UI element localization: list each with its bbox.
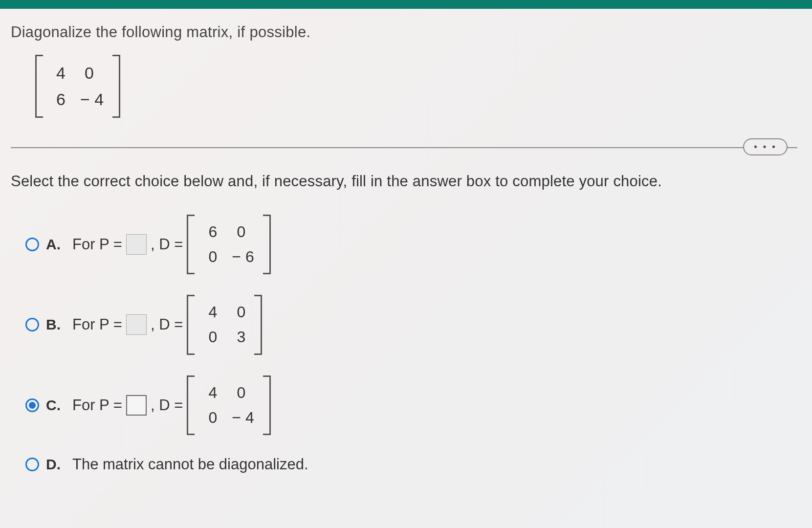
choice-a-matrix: 6 0 0 − 6 (187, 215, 270, 274)
b-r1c1: 4 (203, 300, 217, 325)
b-r1c2: 0 (232, 300, 245, 325)
choice-a[interactable]: A. For P = , D = 6 0 0 − 6 (25, 215, 797, 274)
choice-a-mid: , D = (151, 236, 183, 253)
matrix-cells: 4 0 6 − 4 (43, 55, 112, 118)
radio-b[interactable] (25, 318, 39, 331)
instruction-text: Select the correct choice below and, if … (11, 173, 797, 190)
choice-c-letter: C. (46, 397, 66, 414)
a-r1c2: 0 (232, 220, 245, 244)
matrix-left-bracket (35, 55, 43, 118)
c-r1c2: 0 (232, 380, 245, 405)
choice-d-text: The matrix cannot be diagonalized. (72, 456, 308, 473)
given-matrix: 4 0 6 − 4 (35, 55, 120, 118)
question-content: Diagonalize the following matrix, if pos… (0, 9, 812, 508)
a-r1c1: 6 (203, 220, 217, 244)
m-r1c2: 0 (80, 60, 94, 86)
a-r2c2: − 6 (232, 244, 254, 269)
choice-b-prefix: For P = (72, 316, 122, 333)
choice-b-answer-box[interactable] (126, 314, 147, 335)
matrix-right-bracket (112, 55, 120, 118)
choice-a-answer-box[interactable] (126, 234, 147, 255)
more-options-button[interactable]: • • • (743, 138, 788, 155)
choice-c-mid: , D = (151, 396, 183, 414)
choice-a-letter: A. (46, 236, 66, 253)
choice-d-letter: D. (46, 456, 66, 473)
radio-c[interactable] (25, 398, 39, 412)
section-divider (11, 147, 797, 148)
m-r2c1: 6 (52, 86, 66, 112)
choice-c-prefix: For P = (72, 396, 122, 414)
choice-b[interactable]: B. For P = , D = 4 0 0 3 (25, 295, 797, 354)
c-r2c1: 0 (203, 405, 217, 430)
m-r2c2: − 4 (80, 86, 104, 112)
c-r2c2: − 4 (232, 405, 254, 430)
choices-group: A. For P = , D = 6 0 0 − 6 (11, 215, 797, 473)
c-r1c1: 4 (203, 380, 217, 405)
choice-a-prefix: For P = (72, 236, 122, 253)
radio-a[interactable] (25, 238, 39, 251)
m-r1c1: 4 (52, 60, 66, 86)
b-r2c1: 0 (203, 325, 217, 350)
question-text: Diagonalize the following matrix, if pos… (11, 23, 797, 41)
choice-b-matrix: 4 0 0 3 (187, 295, 262, 354)
window-top-bar (0, 0, 812, 9)
a-r2c1: 0 (203, 244, 217, 269)
radio-d[interactable] (25, 458, 39, 471)
choice-b-mid: , D = (151, 316, 183, 333)
choice-d[interactable]: D. The matrix cannot be diagonalized. (25, 456, 797, 473)
choice-c-matrix: 4 0 0 − 4 (187, 375, 270, 435)
choice-b-letter: B. (46, 316, 66, 333)
b-r2c2: 3 (232, 325, 245, 350)
choice-c[interactable]: C. For P = , D = 4 0 0 − 4 (25, 375, 797, 435)
choice-c-answer-box[interactable] (126, 395, 147, 416)
